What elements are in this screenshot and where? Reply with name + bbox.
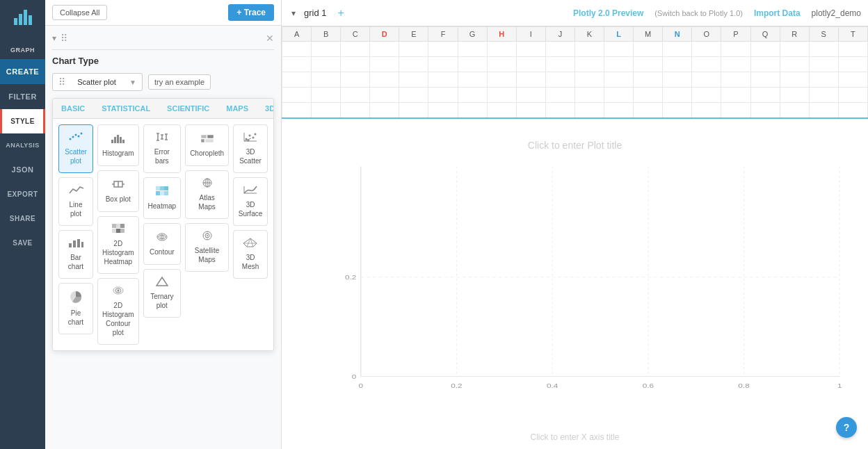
plot-title-placeholder[interactable]: Click to enter Plot title: [528, 140, 622, 151]
chart-item-3dmesh[interactable]: 3D Mesh: [233, 230, 268, 279]
sidebar-item-share[interactable]: SHARE: [0, 206, 45, 231]
grid-cell-0-r[interactable]: [780, 42, 809, 57]
grid-cell-1-h[interactable]: [487, 57, 516, 72]
grid-cell-1-d[interactable]: [370, 57, 399, 72]
grid-cell-1-r[interactable]: [780, 57, 809, 72]
grid-col-header-i[interactable]: I: [516, 27, 545, 42]
grid-col-header-q[interactable]: Q: [750, 27, 780, 42]
grid-cell-0-t[interactable]: [838, 42, 867, 57]
grid-cell-4-b[interactable]: [312, 103, 341, 118]
grid-cell-0-e[interactable]: [399, 42, 428, 57]
grid-cell-4-h[interactable]: [487, 103, 516, 118]
grid-cell-3-s[interactable]: [809, 88, 838, 103]
sidebar-item-export[interactable]: EXPORT: [0, 182, 45, 206]
grid-cell-2-b[interactable]: [312, 72, 341, 88]
grid-cell-3-q[interactable]: [750, 88, 780, 103]
grid-col-header-n[interactable]: N: [663, 27, 692, 42]
sidebar-item-style[interactable]: STYLE: [0, 109, 45, 133]
grid-cell-1-m[interactable]: [634, 57, 663, 72]
trace-close-icon[interactable]: ✕: [266, 33, 274, 44]
grid-cell-4-c[interactable]: [341, 103, 370, 118]
chart-item-choropleth[interactable]: Choropleth: [185, 124, 229, 166]
grid-cell-0-f[interactable]: [428, 42, 458, 57]
grid-col-header-p[interactable]: P: [721, 27, 750, 42]
grid-cell-0-h[interactable]: [487, 42, 516, 57]
grid-cell-1-e[interactable]: [399, 57, 428, 72]
grid-cell-0-i[interactable]: [516, 42, 545, 57]
grid-cell-2-c[interactable]: [341, 72, 370, 88]
grid-col-header-d[interactable]: D: [370, 27, 399, 42]
grid-cell-3-r[interactable]: [780, 88, 809, 103]
chart-item-ternary[interactable]: Ternary plot: [143, 269, 182, 318]
grid-cell-4-q[interactable]: [750, 103, 780, 118]
grid-cell-3-l[interactable]: [604, 88, 634, 103]
grid-cell-1-j[interactable]: [545, 57, 574, 72]
grid-cell-3-m[interactable]: [634, 88, 663, 103]
chart-item-2dhist[interactable]: 2D Histogram Heatmap: [97, 216, 139, 274]
grid-col-header-m[interactable]: M: [634, 27, 663, 42]
add-trace-button[interactable]: + Trace: [228, 4, 274, 21]
grid-cell-4-r[interactable]: [780, 103, 809, 118]
tab-scientific[interactable]: SCIENTIFIC: [159, 99, 218, 118]
chart-item-heatmap[interactable]: Heatmap: [143, 177, 182, 219]
grid-cell-3-d[interactable]: [370, 88, 399, 103]
chart-item-boxplot[interactable]: Box plot: [97, 170, 139, 212]
grid-col-header-c[interactable]: C: [341, 27, 370, 42]
chart-item-3dsurface[interactable]: 3D Surface: [233, 177, 268, 226]
grid-col-header-o[interactable]: O: [692, 27, 721, 42]
grid-cell-1-b[interactable]: [312, 57, 341, 72]
grid-cell-1-c[interactable]: [341, 57, 370, 72]
sidebar-item-save[interactable]: SAVE: [0, 231, 45, 255]
grid-cell-4-e[interactable]: [399, 103, 428, 118]
chart-item-satellitemaps[interactable]: Satellite Maps: [185, 223, 229, 272]
grid-cell-1-t[interactable]: [838, 57, 867, 72]
sidebar-item-create[interactable]: Create: [0, 59, 45, 84]
chart-item-errorbars[interactable]: Error bars: [143, 124, 182, 173]
grid-cell-2-s[interactable]: [809, 72, 838, 88]
grid-cell-4-p[interactable]: [721, 103, 750, 118]
grid-cell-0-q[interactable]: [750, 42, 780, 57]
tab-3d[interactable]: 3D CHARTS: [257, 99, 274, 118]
grid-col-header-t[interactable]: T: [838, 27, 867, 42]
chart-item-contour[interactable]: Contour: [143, 223, 182, 265]
grid-cell-2-o[interactable]: [692, 72, 721, 88]
grid-cell-3-e[interactable]: [399, 88, 428, 103]
chart-item-2dhistcontour[interactable]: 2D Histogram Contour plot: [97, 278, 139, 345]
grid-cell-4-o[interactable]: [692, 103, 721, 118]
grid-col-header-g[interactable]: G: [458, 27, 487, 42]
grid-cell-2-k[interactable]: [574, 72, 604, 88]
grid-cell-1-i[interactable]: [516, 57, 545, 72]
tab-maps[interactable]: MAPS: [218, 99, 257, 118]
grid-cell-2-a[interactable]: [282, 72, 312, 88]
grid-cell-0-n[interactable]: [663, 42, 692, 57]
grid-cell-0-j[interactable]: [545, 42, 574, 57]
grid-cell-4-f[interactable]: [428, 103, 458, 118]
import-data-button[interactable]: Import Data: [754, 8, 801, 18]
grid-cell-2-l[interactable]: [604, 72, 634, 88]
grid-cell-1-p[interactable]: [721, 57, 750, 72]
tab-statistical[interactable]: STATISTICAL: [93, 99, 159, 118]
grid-cell-4-l[interactable]: [604, 103, 634, 118]
grid-cell-3-p[interactable]: [721, 88, 750, 103]
chart-item-line[interactable]: Line plot: [58, 177, 93, 226]
grid-cell-1-q[interactable]: [750, 57, 780, 72]
grid-col-header-r[interactable]: R: [780, 27, 809, 42]
grid-cell-1-s[interactable]: [809, 57, 838, 72]
chart-item-3dscatter[interactable]: 3D Scatter: [233, 124, 268, 173]
grid-col-header-l[interactable]: L: [604, 27, 634, 42]
grid-cell-2-t[interactable]: [838, 72, 867, 88]
grid-cell-3-o[interactable]: [692, 88, 721, 103]
grid-cell-3-b[interactable]: [312, 88, 341, 103]
grid-cell-3-f[interactable]: [428, 88, 458, 103]
grid-col-header-b[interactable]: B: [312, 27, 341, 42]
grid-cell-4-m[interactable]: [634, 103, 663, 118]
grid-cell-2-m[interactable]: [634, 72, 663, 88]
grid-cell-1-o[interactable]: [692, 57, 721, 72]
chart-item-histogram[interactable]: Histogram: [97, 124, 139, 166]
grid-cell-0-k[interactable]: [574, 42, 604, 57]
grid-cell-2-f[interactable]: [428, 72, 458, 88]
grid-cell-3-i[interactable]: [516, 88, 545, 103]
grid-cell-4-n[interactable]: [663, 103, 692, 118]
grid-cell-3-c[interactable]: [341, 88, 370, 103]
grid-cell-4-d[interactable]: [370, 103, 399, 118]
